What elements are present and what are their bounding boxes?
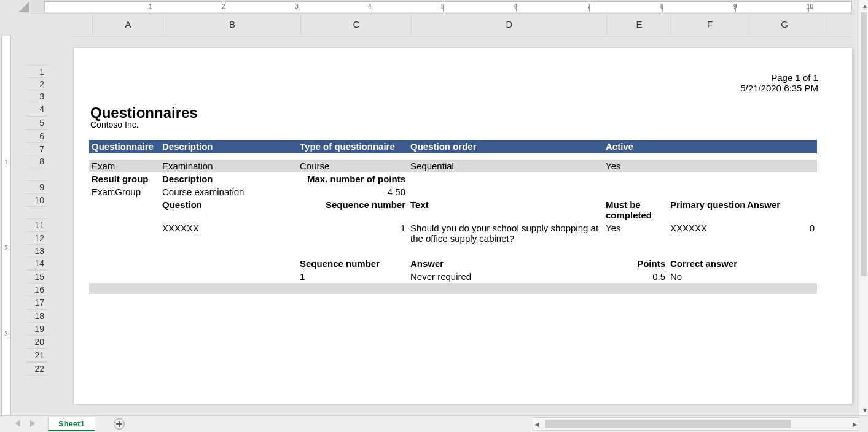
h-primary: Primary question bbox=[668, 198, 745, 222]
v-description: Examination bbox=[160, 160, 297, 172]
report-title: Questionnaires bbox=[90, 104, 198, 122]
horizontal-scrollbar[interactable]: ◀ ▶ bbox=[533, 417, 859, 431]
row-header-1[interactable]: 1 bbox=[26, 65, 48, 79]
column-header-B[interactable]: B bbox=[163, 14, 302, 35]
result-group-row[interactable]: ExamGroup Course examination 4.50 bbox=[89, 185, 817, 198]
h-seq-num: Sequence number bbox=[297, 198, 408, 222]
tab-prev-icon[interactable] bbox=[15, 420, 24, 428]
v-max-points: 4.50 bbox=[297, 185, 408, 198]
column-header-C[interactable]: C bbox=[300, 14, 412, 35]
h-active: Active bbox=[603, 140, 668, 153]
v-question: XXXXXX bbox=[160, 222, 297, 245]
vertical-scrollbar[interactable]: ▲ ▼ bbox=[859, 0, 868, 416]
v-answer: 0 bbox=[745, 222, 817, 245]
v-questionnaire: Exam bbox=[89, 160, 160, 172]
h-answer: Answer bbox=[745, 198, 817, 222]
row-header-10[interactable]: 10 bbox=[26, 193, 48, 207]
column-headers[interactable]: ABCDEFG bbox=[31, 14, 852, 37]
h-must: Must be completed bbox=[603, 198, 668, 222]
v-seq-num: 1 bbox=[297, 222, 408, 245]
row-header-14[interactable]: 14 bbox=[26, 256, 48, 270]
row-header-8[interactable]: 8 bbox=[26, 155, 48, 168]
ruler-h-num: 10 bbox=[807, 3, 813, 10]
page-meta: Page 1 of 1 5/21/2020 6:35 PM bbox=[740, 72, 818, 93]
company-name: Contoso Inc. bbox=[90, 120, 139, 129]
header-row-main: Questionnaire Description Type of questi… bbox=[89, 140, 817, 153]
main-row[interactable]: Exam Examination Course Sequential Yes bbox=[89, 160, 817, 172]
column-header-D[interactable]: D bbox=[411, 14, 608, 35]
vertical-scroll-thumb[interactable] bbox=[861, 12, 867, 276]
column-header-F[interactable]: F bbox=[671, 14, 749, 35]
h-type: Type of questionnaire bbox=[297, 140, 408, 153]
row-header-2[interactable]: 2 bbox=[26, 77, 48, 91]
row-header-18[interactable]: 18 bbox=[26, 309, 48, 323]
row-header-12[interactable]: 12 bbox=[26, 231, 48, 245]
v-order: Sequential bbox=[408, 160, 603, 172]
row-header-3[interactable]: 3 bbox=[26, 90, 48, 103]
row-header-21[interactable]: 21 bbox=[26, 349, 48, 362]
scroll-up-icon[interactable]: ▲ bbox=[861, 1, 868, 10]
question-header: Question Sequence number Text Must be co… bbox=[89, 198, 817, 222]
horizontal-scroll-thumb[interactable] bbox=[545, 420, 791, 428]
row-header-9[interactable]: 9 bbox=[26, 180, 48, 194]
row-header-7[interactable]: 7 bbox=[26, 142, 48, 156]
v-a-points: 0.5 bbox=[603, 270, 668, 283]
row-header-4[interactable]: 4 bbox=[26, 102, 48, 115]
v-a-seq: 1 bbox=[297, 270, 408, 283]
h-order: Question order bbox=[408, 140, 603, 153]
print-preview-page: Page 1 of 1 5/21/2020 6:35 PM Questionna… bbox=[74, 48, 852, 404]
h-a-points: Points bbox=[603, 257, 668, 270]
scroll-left-icon[interactable]: ◀ bbox=[533, 420, 541, 429]
column-header-G[interactable]: G bbox=[748, 14, 821, 35]
ruler-v-num: 2 bbox=[4, 245, 8, 252]
row-header-16[interactable]: 16 bbox=[26, 283, 48, 296]
row-header-6[interactable]: 6 bbox=[26, 129, 48, 143]
row-headers[interactable]: 1234 12345678910111213141516171819202122 bbox=[0, 36, 31, 416]
result-group-header: Result group Description Max. number of … bbox=[89, 172, 817, 185]
row-header-19[interactable]: 19 bbox=[26, 322, 48, 336]
report-data: Questionnaire Description Type of questi… bbox=[89, 140, 817, 294]
sheet-tab-bar: Sheet1 ◀ ▶ bbox=[0, 415, 868, 432]
row-header-13[interactable]: 13 bbox=[26, 244, 48, 258]
h-a-seq: Sequence number bbox=[297, 257, 408, 270]
footer-row bbox=[89, 283, 817, 294]
answer-header: Sequence number Answer Points Correct an… bbox=[89, 257, 817, 270]
h-a-correct: Correct answer bbox=[668, 257, 745, 270]
h-description: Description bbox=[160, 140, 297, 153]
v-active: Yes bbox=[603, 160, 668, 172]
h-rg-description: Description bbox=[160, 172, 297, 185]
h-questionnaire: Questionnaire bbox=[89, 140, 160, 153]
row-header-15[interactable]: 15 bbox=[26, 270, 48, 284]
row-header-5[interactable]: 5 bbox=[26, 116, 48, 129]
page-number: Page 1 of 1 bbox=[740, 72, 818, 83]
v-must: Yes bbox=[603, 222, 668, 245]
v-a-correct: No bbox=[668, 270, 745, 283]
v-a-answer: Never required bbox=[408, 270, 603, 283]
ruler-v-num: 3 bbox=[4, 331, 8, 338]
timestamp: 5/21/2020 6:35 PM bbox=[740, 83, 818, 93]
spreadsheet-app: 1234567891011 ABCDEFG 1234 1234567891011… bbox=[0, 0, 868, 432]
question-row[interactable]: XXXXXX 1 Should you do your school suppl… bbox=[89, 222, 817, 245]
tab-next-icon[interactable] bbox=[30, 420, 39, 428]
answer-row[interactable]: 1 Never required 0.5 No bbox=[89, 270, 817, 283]
h-a-answer: Answer bbox=[408, 257, 603, 270]
row-header-11[interactable]: 11 bbox=[26, 218, 48, 232]
h-text: Text bbox=[408, 198, 603, 222]
h-max-points: Max. number of points bbox=[297, 172, 408, 185]
v-type: Course bbox=[297, 160, 408, 172]
v-primary: XXXXXX bbox=[668, 222, 745, 245]
v-text: Should you do your school supply shoppin… bbox=[408, 222, 603, 245]
sheet-tab-active[interactable]: Sheet1 bbox=[48, 417, 95, 431]
add-sheet-button[interactable] bbox=[114, 418, 125, 430]
row-header-20[interactable]: 20 bbox=[26, 335, 48, 349]
scroll-down-icon[interactable]: ▼ bbox=[861, 406, 868, 415]
column-header-E[interactable]: E bbox=[606, 14, 672, 35]
row-header-17[interactable]: 17 bbox=[26, 296, 48, 309]
scroll-right-icon[interactable]: ▶ bbox=[851, 420, 859, 429]
horizontal-ruler: 1234567891011 bbox=[31, 0, 852, 14]
row-header-22[interactable]: 22 bbox=[26, 362, 48, 376]
ruler-v-num: 1 bbox=[4, 159, 8, 166]
select-all-cells[interactable] bbox=[0, 0, 31, 14]
column-header-A[interactable]: A bbox=[92, 14, 164, 35]
v-rg-description: Course examination bbox=[160, 185, 297, 198]
